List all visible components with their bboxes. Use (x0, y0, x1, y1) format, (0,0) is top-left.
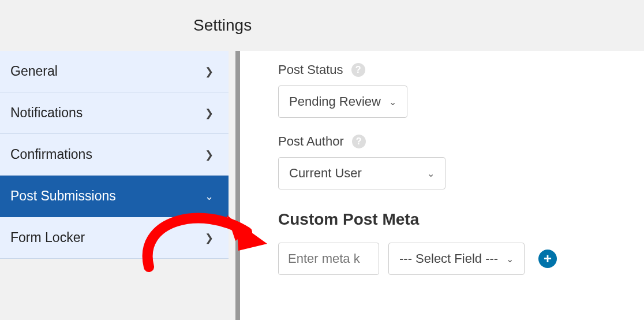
sidebar-item-confirmations[interactable]: Confirmations ❯ (0, 134, 229, 176)
custom-meta-row: --- Select Field --- ⌄ + (278, 243, 644, 275)
post-author-select[interactable]: Current User ⌄ (278, 157, 445, 189)
sidebar-item-notifications[interactable]: Notifications ❯ (0, 92, 229, 134)
sidebar-item-general[interactable]: General ❯ (0, 51, 229, 92)
chevron-down-icon: ⌄ (506, 254, 514, 265)
help-icon[interactable]: ? (352, 135, 366, 148)
sidebar-item-label: Form Locker (10, 230, 85, 245)
chevron-right-icon: ❯ (205, 65, 214, 78)
sidebar-item-label: Confirmations (10, 147, 92, 162)
chevron-right-icon: ❯ (205, 232, 214, 244)
chevron-down-icon: ⌄ (205, 190, 214, 203)
label-text: Post Author (278, 134, 344, 149)
panel-divider (235, 51, 240, 320)
select-field-dropdown[interactable]: --- Select Field --- ⌄ (388, 243, 525, 275)
sidebar-item-label: Post Submissions (10, 188, 116, 204)
add-meta-button[interactable]: + (538, 250, 557, 268)
sidebar-item-label: Notifications (10, 105, 83, 121)
post-author-label: Post Author ? (278, 134, 644, 149)
meta-key-input[interactable] (278, 243, 379, 275)
post-status-label: Post Status ? (278, 62, 644, 77)
sidebar-item-form-locker[interactable]: Form Locker ❯ (0, 217, 229, 259)
sidebar-item-label: General (10, 64, 58, 79)
chevron-down-icon: ⌄ (389, 96, 396, 107)
settings-sidebar: General ❯ Notifications ❯ Confirmations … (0, 51, 229, 259)
chevron-right-icon: ❯ (205, 148, 214, 161)
label-text: Post Status (278, 62, 343, 77)
chevron-down-icon: ⌄ (427, 168, 435, 179)
select-value: Pending Review (289, 94, 381, 109)
select-value: Current User (289, 166, 362, 181)
chevron-right-icon: ❯ (205, 107, 214, 120)
page-title: Settings (193, 16, 252, 35)
sidebar-item-post-submissions[interactable]: Post Submissions ⌄ (0, 176, 229, 217)
select-value: --- Select Field --- (399, 251, 498, 266)
post-status-select[interactable]: Pending Review ⌄ (278, 85, 407, 118)
post-author-field: Post Author ? Current User ⌄ (278, 134, 644, 189)
custom-post-meta-heading: Custom Post Meta (278, 210, 644, 229)
settings-panel: Post Status ? Pending Review ⌄ Post Auth… (240, 51, 644, 320)
header: Settings (0, 0, 644, 51)
post-status-field: Post Status ? Pending Review ⌄ (278, 62, 644, 118)
help-icon[interactable]: ? (351, 63, 365, 77)
